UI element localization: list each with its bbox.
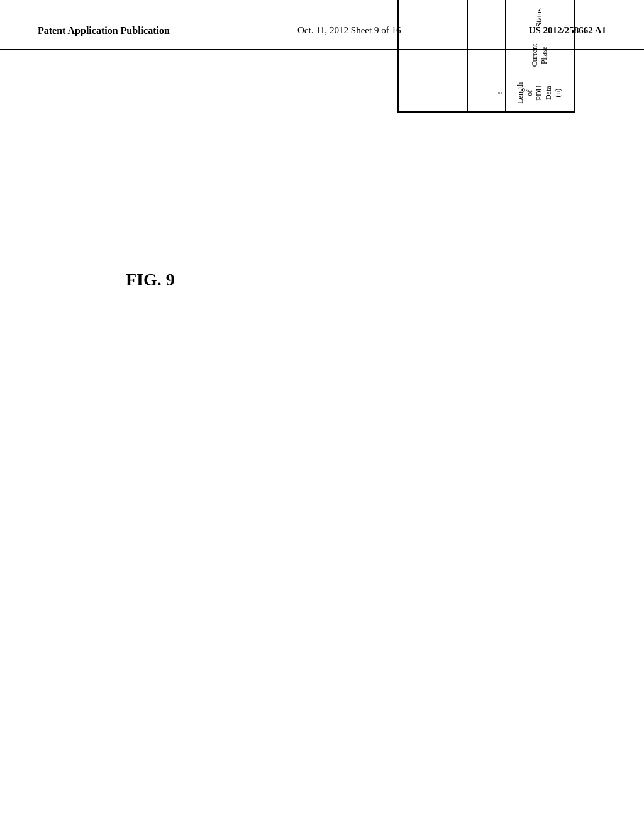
figure-label: FIG. 9 xyxy=(126,270,175,290)
date-sheet-info: Oct. 11, 2012 Sheet 9 of 16 xyxy=(297,25,401,36)
table-bottom-row: Length ofPDU Data(n) CurrentPhase Status… xyxy=(505,0,574,112)
data-table: MediaParameterPack ⋮ · · · · · · · · Len… xyxy=(397,0,575,113)
cell-status: Status xyxy=(505,0,574,36)
main-content: FIG. 9 MediaParameterPack ⋮ xyxy=(0,50,644,823)
dots-cell-3 xyxy=(467,0,505,36)
table-top-row: MediaParameterPack xyxy=(398,0,467,112)
publication-label: Patent Application Publication xyxy=(38,25,170,36)
dots-cell-2 xyxy=(467,36,505,74)
cell-top-3 xyxy=(398,0,467,36)
cell-current-phase: CurrentPhase xyxy=(505,36,574,74)
cell-top-1 xyxy=(398,74,467,112)
cell-length-pdu: Length ofPDU Data(n) xyxy=(505,74,574,112)
cell-top-2 xyxy=(398,36,467,74)
dots-cell-1: ⋮ xyxy=(467,74,505,112)
figure-table-container: MediaParameterPack ⋮ · · · · · · · · Len… xyxy=(397,0,575,113)
table-dots-row: ⋮ · · · · · · · · xyxy=(467,0,505,112)
